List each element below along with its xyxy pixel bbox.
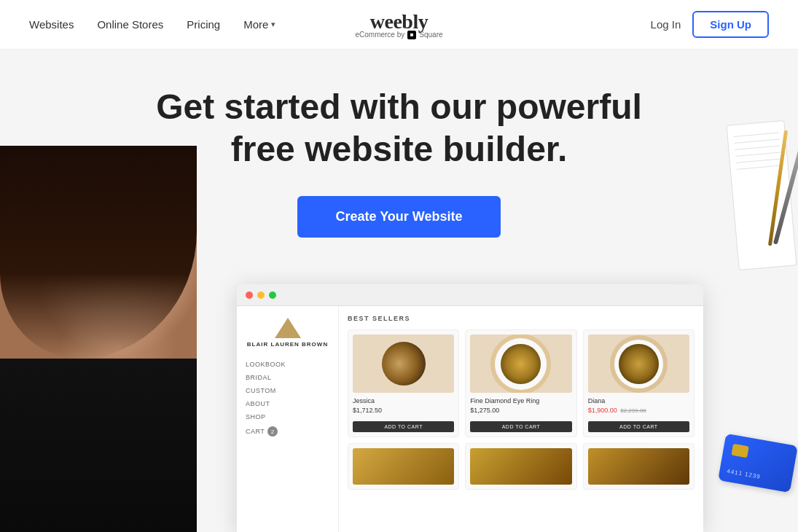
product-card-jessica: Jessica $1,712.50 ADD TO CART — [348, 329, 459, 437]
sidebar-logo: BLAIR LAUREN BROWN — [246, 318, 329, 348]
product-price-diana: $1,900.00 $2,299.00 — [588, 407, 689, 414]
ring-image-1 — [382, 342, 426, 386]
person-clothing — [0, 359, 197, 533]
square-icon: ■ — [407, 31, 416, 39]
bottom-product-img-2 — [470, 448, 571, 485]
login-button[interactable]: Log In — [651, 18, 681, 31]
product-name-diamond: Fine Diamond Eye Ring — [470, 397, 571, 404]
sidebar-menu: LOOKBOOK BRIDAL CUSTOM ABOUT SHOP CART 2 — [246, 358, 329, 439]
hero-person-image — [0, 146, 197, 532]
sidebar-triangle-logo — [275, 318, 301, 338]
sidebar-item-shop[interactable]: SHOP — [246, 410, 329, 423]
product-card-diana: Diana $1,900.00 $2,299.00 ADD TO CART — [583, 329, 695, 437]
product-original-price: $2,299.00 — [620, 407, 646, 414]
notebook-line — [735, 152, 781, 157]
product-card-bottom-3 — [583, 443, 695, 490]
bottom-products — [348, 443, 695, 490]
sidebar-item-lookbook[interactable]: LOOKBOOK — [246, 358, 329, 371]
hero-title: Get started with our powerful free websi… — [122, 86, 676, 170]
product-price-jessica: $1,712.50 — [353, 407, 454, 414]
notebook-line — [735, 146, 780, 150]
header: Websites Online Stores Pricing More ▾ we… — [0, 0, 798, 50]
logo: weebly eCommerce by ■ Square — [355, 10, 442, 39]
bottom-product-img-1 — [353, 448, 454, 485]
nav-online-stores[interactable]: Online Stores — [97, 18, 163, 31]
product-name-diana: Diana — [588, 397, 689, 404]
notebook-line — [737, 165, 782, 169]
browser-bar — [237, 284, 703, 306]
notebook — [726, 120, 797, 270]
sidebar-brand: BLAIR LAUREN BROWN — [247, 341, 328, 348]
nav-right: Log In Sign Up — [651, 11, 769, 38]
logo-subtitle: eCommerce by ■ Square — [355, 31, 442, 39]
credit-card-chip — [731, 444, 748, 458]
credit-card-number: 4411 1239 — [727, 468, 762, 480]
sidebar-item-custom[interactable]: CUSTOM — [246, 384, 329, 397]
product-card-bottom-1 — [348, 443, 459, 490]
browser-dot-red — [246, 292, 253, 299]
product-sale-price: $1,900.00 — [588, 407, 617, 414]
person-hair — [0, 146, 197, 359]
product-image-diana — [588, 335, 689, 393]
cart-badge: 2 — [267, 426, 278, 437]
ring-image-2 — [501, 344, 541, 384]
add-to-cart-jessica[interactable]: ADD TO CART — [353, 421, 454, 432]
browser-dot-yellow — [257, 292, 265, 299]
products-grid: Jessica $1,712.50 ADD TO CART Fine Diamo… — [348, 329, 695, 437]
browser-mockup: BLAIR LAUREN BROWN LOOKBOOK BRIDAL CUSTO… — [237, 284, 703, 532]
browser-main-content: BEST SELLERS Jessica $1,712.50 ADD TO CA… — [339, 306, 703, 532]
create-website-button[interactable]: Create Your Website — [297, 196, 500, 238]
browser-sidebar: BLAIR LAUREN BROWN LOOKBOOK BRIDAL CUSTO… — [237, 306, 339, 532]
nav-websites[interactable]: Websites — [29, 18, 74, 31]
pen-icon-1 — [773, 117, 798, 244]
product-name-jessica: Jessica — [353, 397, 454, 404]
person-face — [0, 146, 197, 532]
notebook-line — [736, 158, 781, 163]
notebook-lines — [727, 121, 789, 187]
notebook-line — [734, 133, 779, 137]
decorative-items: 4411 1239 — [703, 108, 798, 532]
product-card-diamond: Fine Diamond Eye Ring $1,275.00 ADD TO C… — [465, 329, 576, 437]
nav-more[interactable]: More ▾ — [243, 18, 275, 31]
sidebar-item-bridal[interactable]: BRIDAL — [246, 371, 329, 384]
add-to-cart-diamond[interactable]: ADD TO CART — [470, 421, 571, 432]
ring-image-3 — [619, 344, 659, 384]
credit-card: 4411 1239 — [718, 434, 798, 493]
product-price-diamond: $1,275.00 — [470, 407, 571, 414]
notebook-line — [735, 139, 780, 144]
chevron-down-icon: ▾ — [271, 20, 275, 29]
nav-pricing[interactable]: Pricing — [187, 18, 220, 31]
add-to-cart-diana[interactable]: ADD TO CART — [588, 421, 689, 432]
signup-button[interactable]: Sign Up — [692, 11, 769, 38]
nav-left: Websites Online Stores Pricing More ▾ — [29, 18, 275, 31]
product-image-jessica — [353, 335, 454, 393]
sidebar-item-cart[interactable]: CART 2 — [246, 423, 329, 439]
sidebar-item-about[interactable]: ABOUT — [246, 397, 329, 410]
product-card-bottom-2 — [465, 443, 576, 490]
product-image-diamond — [470, 335, 571, 393]
best-sellers-label: BEST SELLERS — [348, 315, 695, 322]
bottom-product-img-3 — [588, 448, 689, 485]
browser-dot-green — [269, 292, 276, 299]
hero-section: Get started with our powerful free websi… — [0, 50, 798, 532]
pen-icon-2 — [768, 130, 788, 246]
browser-content: BLAIR LAUREN BROWN LOOKBOOK BRIDAL CUSTO… — [237, 306, 703, 532]
